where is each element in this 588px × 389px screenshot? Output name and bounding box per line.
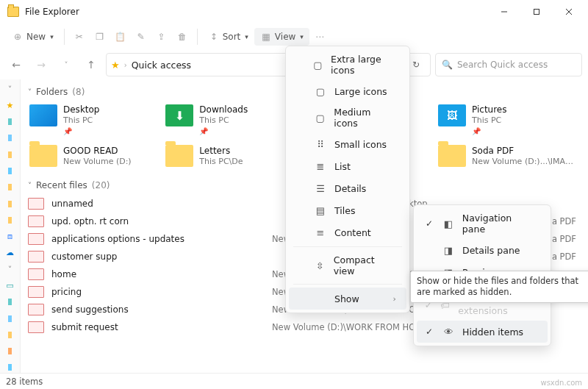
menu-item-hidden-items[interactable]: ✓👁Hidden items bbox=[417, 321, 548, 343]
tooltip-hidden-items: Show or hide the files and folders that … bbox=[410, 271, 588, 303]
nav-strip: ˅ ★ ⧈ ☁ ˅ ▭ bbox=[0, 79, 21, 373]
plus-icon: ⊕ bbox=[12, 31, 24, 43]
monitor-icon[interactable]: ▭ bbox=[4, 280, 16, 290]
paste-button[interactable]: 📋 bbox=[110, 28, 131, 46]
downloads-icon: ⬇ bbox=[165, 104, 193, 126]
folder-item-soda-pdf[interactable]: Soda PDF New Volume (D:)...\IMAGES bbox=[435, 142, 578, 170]
chevron-right-icon: › bbox=[124, 61, 127, 69]
file-name: pricing bbox=[51, 287, 265, 297]
copy-button[interactable]: ❐ bbox=[90, 28, 110, 46]
file-name: home bbox=[51, 269, 265, 279]
forward-button[interactable]: → bbox=[31, 54, 51, 75]
new-button[interactable]: ⊕ New ▾ bbox=[6, 28, 60, 46]
toolbar-divider bbox=[64, 29, 65, 45]
share-button[interactable]: ⇪ bbox=[151, 28, 172, 46]
folder-subtitle: This PC bbox=[472, 115, 507, 126]
up-button[interactable]: ↑ bbox=[81, 54, 101, 75]
menu-separator bbox=[293, 284, 402, 285]
chevron-down-icon[interactable]: ˅ bbox=[56, 54, 76, 75]
strip-item[interactable] bbox=[4, 165, 16, 176]
strip-item[interactable] bbox=[4, 313, 16, 324]
sort-button[interactable]: ↕ Sort ▾ bbox=[202, 28, 254, 46]
menu-item-show[interactable]: Show› bbox=[289, 288, 406, 310]
more-button[interactable]: ⋯ bbox=[309, 28, 330, 46]
chevron-down-icon[interactable]: ˅ bbox=[4, 84, 16, 94]
cut-button[interactable]: ✂ bbox=[69, 28, 90, 46]
nav-pane-icon: ◧ bbox=[442, 217, 455, 230]
folder-subtitle: This PC bbox=[199, 115, 248, 126]
grid-icon: ⠿ bbox=[314, 138, 327, 151]
folder-name: Downloads bbox=[199, 104, 248, 115]
image-thumbnail-icon bbox=[28, 215, 44, 227]
minimize-button[interactable] bbox=[488, 0, 520, 24]
strip-item[interactable] bbox=[4, 297, 16, 307]
strip-item[interactable] bbox=[4, 133, 16, 143]
dropbox-icon[interactable]: ⧈ bbox=[4, 232, 16, 242]
onedrive-icon[interactable]: ☁ bbox=[4, 248, 16, 258]
copy-icon: ❐ bbox=[94, 31, 106, 43]
strip-item[interactable] bbox=[4, 149, 16, 160]
svg-rect-1 bbox=[534, 10, 539, 15]
chevron-down-icon: ▾ bbox=[300, 33, 304, 40]
strip-item[interactable] bbox=[4, 117, 16, 127]
search-icon: 🔍 bbox=[442, 60, 453, 70]
folder-icon bbox=[165, 145, 193, 167]
strip-item[interactable] bbox=[4, 346, 16, 357]
trash-icon: 🗑 bbox=[176, 31, 188, 43]
menu-item-navigation-pane[interactable]: ✓◧Navigation pane bbox=[417, 208, 548, 239]
search-box[interactable]: 🔍 Search Quick access bbox=[435, 53, 582, 76]
folder-item-letters[interactable]: Letters This PC\De bbox=[162, 142, 291, 170]
menu-item-list[interactable]: ≣List bbox=[289, 155, 406, 177]
file-name: unnamed bbox=[51, 199, 265, 209]
eye-icon: 👁 bbox=[442, 325, 455, 338]
group-count: (8) bbox=[72, 87, 85, 97]
menu-item-details-pane[interactable]: ◨Details pane bbox=[417, 239, 548, 261]
strip-item[interactable] bbox=[4, 329, 16, 340]
menu-item-tiles[interactable]: ▤Tiles bbox=[289, 199, 406, 221]
chevron-down-icon: ˅ bbox=[28, 88, 32, 96]
menu-item-small-icons[interactable]: ⠿Small icons bbox=[289, 133, 406, 155]
tiles-icon: ▤ bbox=[314, 204, 327, 217]
folder-item-downloads[interactable]: ⬇ Downloads This PC 📌 bbox=[162, 101, 291, 139]
close-button[interactable] bbox=[553, 0, 585, 24]
image-thumbnail-icon bbox=[28, 321, 44, 333]
menu-item-extra-large-icons[interactable]: ▢Extra large icons bbox=[289, 49, 406, 80]
folder-item-pictures[interactable]: 🖼 Pictures This PC 📌 bbox=[435, 101, 578, 139]
star-icon[interactable]: ★ bbox=[4, 100, 16, 110]
pin-icon: 📌 bbox=[199, 127, 248, 137]
folder-name: GOOD READ bbox=[63, 146, 132, 157]
scissors-icon: ✂ bbox=[74, 31, 85, 43]
menu-separator bbox=[293, 246, 402, 247]
file-name: upd. optn. rt corn bbox=[51, 216, 265, 226]
view-label: View bbox=[275, 32, 295, 42]
chevron-right-icon: › bbox=[393, 294, 396, 304]
image-thumbnail-icon bbox=[28, 251, 44, 263]
rename-button[interactable]: ✎ bbox=[131, 28, 151, 46]
file-name: submit request bbox=[51, 322, 265, 332]
chevron-down-icon: ˅ bbox=[28, 182, 32, 190]
compact-icon: ⇳ bbox=[313, 259, 326, 272]
strip-item[interactable] bbox=[4, 182, 16, 193]
menu-item-large-icons[interactable]: ▢Large icons bbox=[289, 80, 406, 102]
strip-item[interactable] bbox=[4, 199, 16, 209]
desktop-icon bbox=[29, 104, 57, 126]
chevron-down-icon[interactable]: ˅ bbox=[4, 264, 16, 274]
folder-name: Pictures bbox=[472, 104, 507, 115]
search-placeholder: Search Quick access bbox=[457, 60, 548, 70]
breadcrumb-quick-access[interactable]: Quick access bbox=[132, 60, 191, 71]
status-item-count: 28 items bbox=[6, 376, 43, 387]
strip-item[interactable] bbox=[4, 363, 16, 373]
menu-item-compact-view[interactable]: ⇳Compact view bbox=[289, 250, 406, 281]
folder-item-desktop[interactable]: Desktop This PC 📌 bbox=[26, 101, 155, 139]
group-label: Recent files bbox=[36, 180, 87, 190]
menu-item-content[interactable]: ≡Content bbox=[289, 221, 406, 243]
back-button[interactable]: ← bbox=[6, 54, 26, 75]
view-button[interactable]: ▦ View ▾ bbox=[254, 28, 309, 46]
folder-item-good-read[interactable]: GOOD READ New Volume (D:) bbox=[26, 142, 155, 170]
menu-item-medium-icons[interactable]: ▢Medium icons bbox=[289, 102, 406, 133]
menu-item-details[interactable]: ☰Details bbox=[289, 177, 406, 199]
delete-button[interactable]: 🗑 bbox=[172, 28, 193, 46]
strip-item[interactable] bbox=[4, 215, 16, 225]
maximize-button[interactable] bbox=[520, 0, 553, 24]
new-label: New bbox=[26, 32, 46, 42]
